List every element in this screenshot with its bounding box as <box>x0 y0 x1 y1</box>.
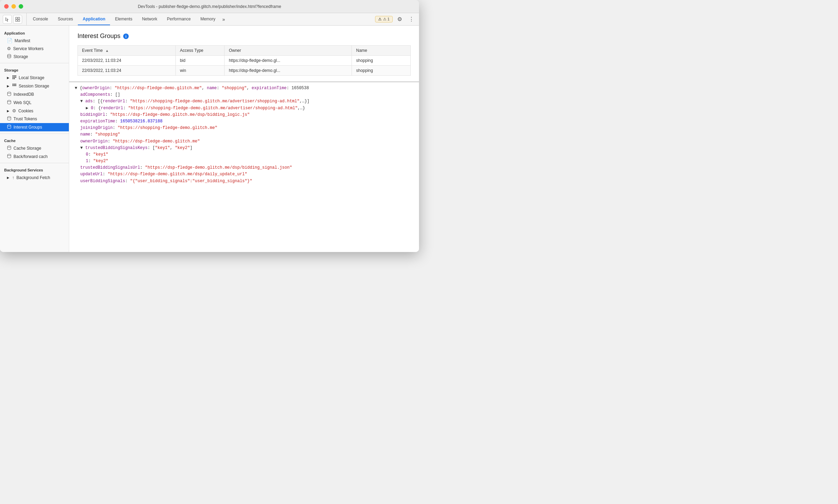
svg-rect-0 <box>16 17 17 19</box>
svg-rect-7 <box>15 75 16 76</box>
arrow-icon: ▶ <box>7 84 9 88</box>
svg-rect-11 <box>12 78 13 79</box>
arrow-icon: ▶ <box>7 109 9 113</box>
json-line: ownerOrigin: "https://dsp-fledge-demo.gl… <box>75 138 413 145</box>
interest-groups-table: Event Time ▲ Access Type Owner Name <box>78 45 411 76</box>
col-header-owner[interactable]: Owner <box>225 46 352 56</box>
back-forward-cache-icon <box>7 154 11 159</box>
sidebar-section-cache: Cache <box>0 136 69 144</box>
sidebar-item-cache-storage[interactable]: Cache Storage <box>0 144 69 152</box>
svg-rect-12 <box>14 78 15 79</box>
storage-icon <box>7 54 11 59</box>
svg-rect-2 <box>16 20 17 21</box>
json-detail-panel[interactable]: ▼ {ownerOrigin: "https://dsp-fledge-demo… <box>69 82 419 252</box>
warning-badge[interactable]: ⚠ ⚠ 1 <box>375 16 393 22</box>
more-tabs-button[interactable]: » <box>220 13 227 25</box>
sidebar-item-storage[interactable]: Storage <box>0 53 69 61</box>
divider-2 <box>0 133 69 134</box>
info-icon[interactable]: i <box>123 34 129 39</box>
tab-network[interactable]: Network <box>137 13 162 25</box>
svg-rect-3 <box>18 20 20 21</box>
main-content: Application 📄 Manifest ⚙ Service Workers… <box>0 26 419 252</box>
cursor-icon[interactable] <box>3 15 12 24</box>
svg-rect-13 <box>12 84 13 85</box>
sidebar-item-indexeddb[interactable]: IndexedDB <box>0 90 69 99</box>
svg-point-24 <box>8 154 11 156</box>
table-row[interactable]: 22/03/2022, 11:03:24 win https://dsp-fle… <box>78 66 411 76</box>
sidebar-item-trust-tokens[interactable]: Trust Tokens <box>0 115 69 123</box>
tab-sources[interactable]: Sources <box>53 13 78 25</box>
sidebar-item-web-sql[interactable]: Web SQL <box>0 99 69 107</box>
col-header-access-type[interactable]: Access Type <box>175 46 224 56</box>
sidebar-item-interest-groups[interactable]: Interest Groups <box>0 123 69 131</box>
col-header-event-time[interactable]: Event Time ▲ <box>78 46 176 56</box>
maximize-button[interactable] <box>19 4 23 9</box>
table-row[interactable]: 22/03/2022, 11:03:24 bid https://dsp-fle… <box>78 56 411 66</box>
close-button[interactable] <box>4 4 9 9</box>
tab-application[interactable]: Application <box>78 13 110 25</box>
tab-list: Console Sources Application Elements Net… <box>28 13 375 25</box>
svg-rect-18 <box>15 85 16 86</box>
panel-title: Interest Groups i <box>78 32 411 40</box>
sidebar-item-back-forward-cache[interactable]: Back/forward cach <box>0 152 69 161</box>
cell-event-time: 22/03/2022, 11:03:24 <box>78 66 176 76</box>
svg-rect-10 <box>15 77 16 78</box>
json-line: 0: "key1" <box>75 151 413 158</box>
svg-point-21 <box>8 116 11 118</box>
sidebar-section-bg-services: Background Services <box>0 165 69 174</box>
session-storage-icon <box>12 83 17 89</box>
svg-rect-1 <box>18 17 20 19</box>
sidebar-item-session-storage[interactable]: ▶ Session Storage <box>0 82 69 90</box>
indexeddb-icon <box>7 92 11 97</box>
minimize-button[interactable] <box>11 4 16 9</box>
sidebar: Application 📄 Manifest ⚙ Service Workers… <box>0 26 69 252</box>
json-line: ▼ {ownerOrigin: "https://dsp-fledge-demo… <box>75 85 413 92</box>
cache-storage-icon <box>7 146 11 151</box>
settings-button[interactable]: ⚙ <box>395 15 404 24</box>
cell-access-type: win <box>175 66 224 76</box>
tab-console[interactable]: Console <box>28 13 53 25</box>
col-header-name[interactable]: Name <box>352 46 411 56</box>
tab-memory[interactable]: Memory <box>195 13 220 25</box>
sidebar-item-service-workers[interactable]: ⚙ Service Workers <box>0 45 69 53</box>
manifest-icon: 📄 <box>7 38 12 43</box>
tab-performance[interactable]: Performance <box>162 13 195 25</box>
cell-name: shopping <box>352 66 411 76</box>
svg-rect-6 <box>14 75 15 76</box>
tab-bar: Console Sources Application Elements Net… <box>0 13 419 26</box>
cookies-icon: ⚙ <box>12 108 16 113</box>
trust-tokens-icon <box>7 116 11 122</box>
divider-1 <box>0 63 69 63</box>
svg-point-22 <box>8 125 11 126</box>
tab-elements[interactable]: Elements <box>110 13 137 25</box>
toolbar-right: ⚠ ⚠ 1 ⚙ ⋮ <box>375 13 416 25</box>
service-workers-icon: ⚙ <box>7 46 11 51</box>
toolbar-icons <box>3 13 27 25</box>
sidebar-item-cookies[interactable]: ▶ ⚙ Cookies <box>0 107 69 115</box>
svg-rect-15 <box>15 84 16 85</box>
devtools-more-button[interactable]: ⋮ <box>407 15 416 24</box>
inspect-icon[interactable] <box>13 15 22 24</box>
sidebar-item-local-storage[interactable]: ▶ Local Storage <box>0 74 69 82</box>
json-line: 1: "key2" <box>75 158 413 165</box>
json-line: updateUrl: "https://dsp-fledge-demo.glit… <box>75 171 413 178</box>
cell-owner: https://dsp-fledge-demo.gl... <box>225 56 352 66</box>
json-line: ▼ ads: [{renderUrl: "https://shopping-fl… <box>75 98 413 105</box>
sidebar-item-background-fetch[interactable]: ▶ ↑ Background Fetch <box>0 174 69 181</box>
sidebar-section-application: Application <box>0 28 69 37</box>
json-line: biddingUrl: "https://dsp-fledge-demo.gli… <box>75 112 413 118</box>
interest-groups-icon <box>7 124 11 130</box>
window-controls <box>4 4 23 9</box>
json-line: ▶ 0: {renderUrl: "https://shopping-fledg… <box>75 105 413 112</box>
cell-name: shopping <box>352 56 411 66</box>
json-line: ▼ trustedBiddingSignalsKeys: ["key1", "k… <box>75 145 413 151</box>
background-fetch-icon: ↑ <box>12 175 15 180</box>
cell-event-time: 22/03/2022, 11:03:24 <box>78 56 176 66</box>
svg-point-19 <box>8 92 11 93</box>
svg-point-20 <box>8 100 11 102</box>
svg-rect-8 <box>12 77 13 78</box>
content-area: Interest Groups i Event Time ▲ Access Ty… <box>69 26 419 252</box>
arrow-icon: ▶ <box>7 76 9 80</box>
web-sql-icon <box>7 100 11 105</box>
sidebar-item-manifest[interactable]: 📄 Manifest <box>0 37 69 45</box>
